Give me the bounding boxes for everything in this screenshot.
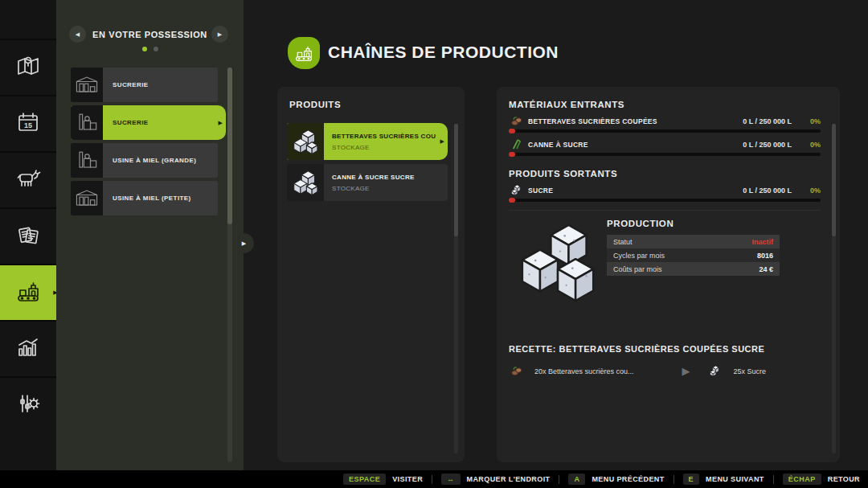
page-title: CHAÎNES DE PRODUCTION bbox=[328, 43, 559, 62]
svg-text:15: 15 bbox=[24, 121, 32, 129]
product-image-sugar-cubes bbox=[509, 215, 607, 307]
input-fill-bar bbox=[509, 153, 821, 156]
products-title: PRODUITS bbox=[289, 100, 341, 109]
products-scrollbar-thumb[interactable] bbox=[454, 124, 458, 236]
production-row-cycles: Cycles par mois 8016 bbox=[607, 248, 780, 262]
possession-scrollbar-thumb[interactable] bbox=[227, 68, 232, 224]
input-percent: 0% bbox=[792, 117, 821, 125]
production-chains-page-icon bbox=[288, 37, 320, 69]
production-row-couts: Coûts par mois 24 € bbox=[607, 262, 780, 276]
tab-map[interactable] bbox=[0, 39, 56, 95]
statistics-icon bbox=[14, 333, 43, 365]
beet-pieces-icon bbox=[509, 365, 523, 377]
tab-animals[interactable] bbox=[0, 151, 56, 207]
possession-item-label: USINE À MIEL (GRANDE) bbox=[103, 157, 199, 164]
product-item-canne-a-sucre[interactable]: CANNE À SUCRE SUCRE STOCKAGE bbox=[287, 164, 448, 201]
panel-collapse-handle[interactable]: ▶ bbox=[234, 233, 254, 253]
main-menu-toolbar: 15 bbox=[0, 0, 56, 470]
building-thumbnail bbox=[71, 105, 103, 140]
tab-calendar[interactable]: 15 bbox=[0, 95, 56, 151]
costs-value: 24 € bbox=[759, 265, 773, 273]
output-amount: 0 L / 250 000 L bbox=[743, 187, 792, 195]
possession-item-label: SUCRERIE bbox=[103, 81, 152, 88]
production-chains-icon bbox=[14, 277, 43, 309]
production-details-panel: MATÉRIAUX ENTRANTS BETTERAVES SUCRIÈRES … bbox=[497, 87, 840, 462]
possession-item-sucrerie-1[interactable]: SUCRERIE bbox=[71, 68, 218, 102]
keybind-echap[interactable]: ÉCHAP bbox=[783, 474, 821, 485]
possession-list: SUCRERIE SUCRERIE ▶ USINE À MI bbox=[71, 68, 227, 219]
recipe-row: 20x Betteraves sucrières cou... ▶ 25x Su… bbox=[509, 365, 821, 377]
keybind-espace[interactable]: ESPACE bbox=[343, 474, 386, 485]
details-scrollbar[interactable] bbox=[832, 124, 836, 453]
products-panel: PRODUITS BETTERAVES SUCRIÈRES COU STOC bbox=[277, 87, 465, 462]
possession-item-label: SUCRERIE bbox=[103, 119, 152, 126]
possession-scrollbar[interactable] bbox=[227, 68, 232, 462]
tab-contracts[interactable] bbox=[0, 207, 56, 264]
tab-statistics[interactable] bbox=[0, 320, 56, 376]
possession-panel: ◀ ▶ EN VOTRE POSSESSION SUCRERIE bbox=[56, 0, 244, 470]
production-section-title: PRODUCTION bbox=[607, 219, 821, 228]
keybind-a[interactable]: A bbox=[568, 474, 585, 485]
cycles-value: 8016 bbox=[757, 252, 773, 260]
selected-item-arrow: ▶ bbox=[219, 120, 223, 126]
possession-title: EN VOTRE POSSESSION bbox=[56, 30, 244, 39]
input-percent: 0% bbox=[792, 141, 821, 149]
recipe-arrow-icon: ▶ bbox=[682, 365, 690, 377]
keybar-divider bbox=[432, 475, 432, 484]
details-scrollbar-thumb[interactable] bbox=[832, 124, 836, 236]
section-divider bbox=[509, 210, 821, 211]
possession-item-usine-miel-grande[interactable]: USINE À MIEL (GRANDE) bbox=[71, 143, 218, 178]
keybind-e[interactable]: E bbox=[683, 474, 700, 485]
settings-sliders-icon bbox=[14, 389, 43, 421]
product-item-betteraves[interactable]: BETTERAVES SUCRIÈRES COU STOCKAGE ▶ bbox=[287, 123, 448, 160]
product-item-title: BETTERAVES SUCRIÈRES COU bbox=[332, 133, 436, 140]
possession-item-usine-miel-petite[interactable]: USINE À MIEL (PETITE) bbox=[71, 181, 218, 215]
pagination-dot-active bbox=[142, 47, 147, 51]
production-row-statut: Statut Inactif bbox=[607, 235, 780, 248]
product-item-title: CANNE À SUCRE SUCRE bbox=[332, 174, 415, 181]
products-scrollbar[interactable] bbox=[454, 124, 458, 453]
output-fill-bar bbox=[509, 199, 821, 202]
recipe-output-text: 25x Sucre bbox=[734, 367, 767, 375]
product-item-subtitle: STOCKAGE bbox=[332, 144, 436, 151]
building-thumbnail bbox=[71, 68, 103, 102]
sugar-icon bbox=[708, 365, 723, 377]
beet-pieces-icon bbox=[509, 115, 523, 127]
input-name: CANNE À SUCRE bbox=[528, 141, 588, 149]
row-label: Statut bbox=[613, 238, 633, 246]
keybind-retour-label: RETOUR bbox=[828, 475, 860, 483]
row-label: Cycles par mois bbox=[613, 252, 665, 260]
keybind-visiter-label: VISITER bbox=[392, 475, 423, 483]
input-amount: 0 L / 250 000 L bbox=[743, 117, 792, 125]
pagination-dot bbox=[154, 47, 158, 51]
production-section: PRODUCTION Statut Inactif Cycles par moi… bbox=[509, 215, 821, 307]
input-fill-bar bbox=[509, 129, 821, 133]
pagination-dots bbox=[56, 47, 244, 51]
selected-product-arrow: ▶ bbox=[440, 138, 444, 145]
fill-bar-empty-marker bbox=[509, 129, 515, 133]
documents-icon bbox=[14, 220, 43, 252]
possession-item-sucrerie-2-selected[interactable]: SUCRERIE ▶ bbox=[71, 105, 226, 140]
input-row-canne: CANNE À SUCRE 0 L / 250 000 L 0% bbox=[509, 137, 821, 151]
keybind-tag-location[interactable]: ↔ bbox=[441, 474, 461, 485]
keybind-menu-precedent-label: MENU PRÉCÉDENT bbox=[592, 475, 664, 483]
calendar-icon: 15 bbox=[14, 108, 43, 140]
keybar-divider bbox=[674, 475, 674, 484]
output-row-sucre: SUCRE 0 L / 250 000 L 0% bbox=[509, 183, 821, 197]
fill-bar-empty-marker bbox=[509, 152, 515, 157]
recipe-title: RECETTE: BETTERAVES SUCRIÈRES COUPÉES SU… bbox=[509, 344, 821, 354]
map-icon bbox=[14, 51, 43, 84]
tab-settings[interactable] bbox=[0, 376, 56, 433]
keybind-bar: ESPACE VISITER ↔ MARQUER L'ENDROIT A MEN… bbox=[0, 470, 868, 488]
row-label: Coûts par mois bbox=[613, 265, 662, 273]
cow-icon bbox=[14, 164, 43, 196]
tab-production-chains[interactable]: ▶ bbox=[0, 264, 56, 320]
fill-bar-empty-marker bbox=[509, 198, 515, 203]
input-name: BETTERAVES SUCRIÈRES COUPÉES bbox=[528, 117, 657, 125]
sugar-cubes-icon bbox=[287, 164, 324, 201]
keybind-marquer-label: MARQUER L'ENDROIT bbox=[467, 475, 551, 483]
sugar-cubes-icon bbox=[287, 123, 324, 160]
recipe-input-text: 20x Betteraves sucrières cou... bbox=[534, 367, 634, 375]
output-percent: 0% bbox=[792, 187, 821, 195]
building-thumbnail bbox=[71, 143, 103, 178]
